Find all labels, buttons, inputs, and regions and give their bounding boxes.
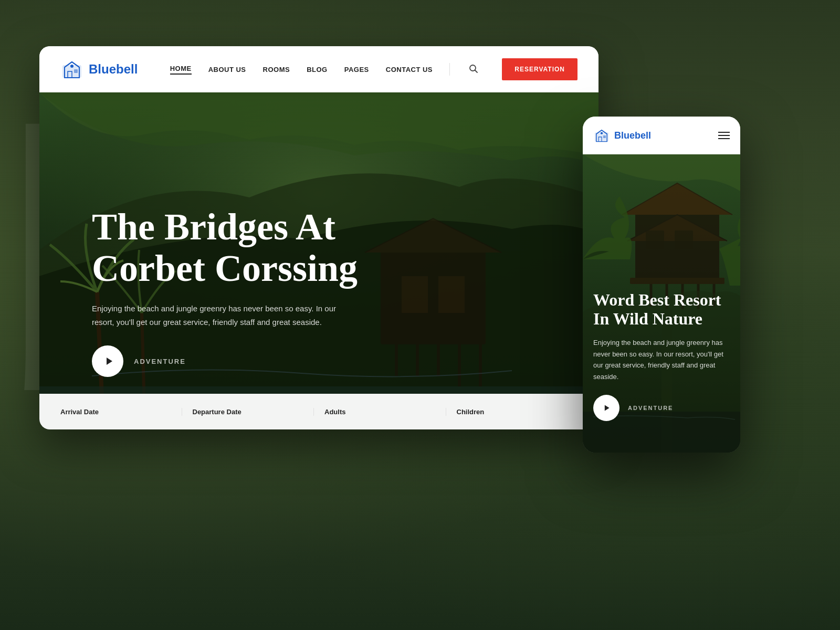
logo-icon: [60, 58, 83, 81]
mobile-hero: Word Best Resort In Wild Nature Enjoying…: [583, 154, 740, 453]
mobile-adventure-label: ADVENTURE: [628, 405, 673, 411]
nav-contact[interactable]: CONTACT US: [386, 66, 433, 74]
arrival-date-label: Arrival Date: [60, 408, 171, 416]
reservation-button[interactable]: RESERVATION: [502, 58, 578, 80]
svg-marker-16: [107, 358, 112, 365]
mobile-play-button[interactable]: [593, 395, 620, 421]
hamburger-line-3: [718, 138, 730, 139]
hamburger-line-1: [718, 132, 730, 133]
hero-subtitle: Enjoying the beach and jungle greenry ha…: [92, 302, 354, 329]
desktop-navbar: Bluebell HOME ABOUT US ROOMS BLOG PAGES …: [39, 46, 598, 92]
booking-bar: Arrival Date Departure Date Adults Child…: [39, 394, 598, 429]
hamburger-line-2: [718, 135, 730, 136]
mobile-hero-title: Word Best Resort In Wild Nature: [593, 290, 730, 329]
children-label: Children: [457, 408, 568, 416]
logo-text: Bluebell: [89, 62, 138, 77]
hero-title: The Bridges At Corbet Corssing: [92, 206, 407, 289]
mobile-play-icon: [602, 404, 611, 412]
hamburger-menu[interactable]: [718, 132, 730, 139]
nav-blog[interactable]: BLOG: [307, 66, 328, 74]
hero-content: The Bridges At Corbet Corssing Enjoying …: [92, 206, 546, 377]
svg-rect-2: [74, 69, 78, 73]
mobile-mockup: Bluebell: [583, 117, 740, 453]
hero-play-area: ADVENTURE: [92, 345, 546, 377]
svg-rect-19: [603, 135, 606, 138]
arrival-date-field[interactable]: Arrival Date: [60, 408, 182, 416]
svg-point-18: [601, 132, 603, 134]
adults-label: Adults: [324, 408, 435, 416]
mobile-hero-content: Word Best Resort In Wild Nature Enjoying…: [593, 290, 730, 421]
children-field[interactable]: Children: [446, 408, 578, 416]
desktop-mockup: Bluebell HOME ABOUT US ROOMS BLOG PAGES …: [39, 46, 598, 429]
departure-date-label: Departure Date: [193, 408, 303, 416]
mobile-logo: Bluebell: [593, 127, 651, 144]
nav-rooms[interactable]: ROOMS: [263, 66, 290, 74]
mobile-hero-subtitle: Enjoying the beach and jungle greenry ha…: [593, 337, 730, 382]
svg-line-4: [475, 70, 478, 72]
svg-marker-31: [605, 405, 610, 411]
nav-divider: [449, 63, 450, 76]
mobile-navbar: Bluebell: [583, 117, 740, 154]
mobile-play-area: ADVENTURE: [593, 395, 730, 421]
play-icon: [103, 356, 114, 366]
nav-links: HOME ABOUT US ROOMS BLOG PAGES CONTACT U…: [169, 62, 481, 77]
svg-point-1: [70, 65, 74, 68]
logo[interactable]: Bluebell: [60, 58, 138, 81]
nav-pages[interactable]: PAGES: [344, 66, 369, 74]
search-icon: [469, 64, 478, 74]
mobile-logo-icon: [593, 127, 610, 144]
nav-about[interactable]: ABOUT US: [208, 66, 246, 74]
play-button[interactable]: [92, 345, 123, 377]
departure-date-field[interactable]: Departure Date: [182, 408, 314, 416]
adventure-label: ADVENTURE: [134, 358, 186, 365]
mobile-logo-text: Bluebell: [614, 130, 651, 141]
desktop-hero: The Bridges At Corbet Corssing Enjoying …: [39, 92, 598, 429]
adults-field[interactable]: Adults: [314, 408, 446, 416]
nav-home[interactable]: HOME: [170, 65, 192, 75]
search-button[interactable]: [467, 62, 480, 77]
